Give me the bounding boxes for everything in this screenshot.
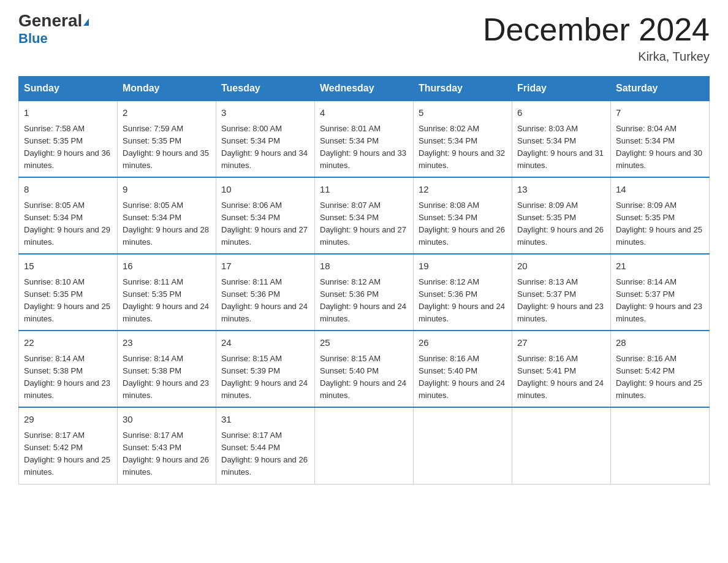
calendar-cell: 14Sunrise: 8:09 AMSunset: 5:35 PMDayligh… — [611, 177, 710, 254]
calendar-cell: 24Sunrise: 8:15 AMSunset: 5:39 PMDayligh… — [216, 331, 315, 407]
calendar-cell: 27Sunrise: 8:16 AMSunset: 5:41 PMDayligh… — [512, 331, 611, 407]
calendar-cell: 29Sunrise: 8:17 AMSunset: 5:42 PMDayligh… — [19, 407, 118, 484]
day-number: 3 — [221, 106, 309, 120]
calendar-cell: 4Sunrise: 8:01 AMSunset: 5:34 PMDaylight… — [315, 101, 414, 177]
calendar-cell: 1Sunrise: 7:58 AMSunset: 5:35 PMDaylight… — [19, 101, 118, 177]
calendar-cell: 17Sunrise: 8:11 AMSunset: 5:36 PMDayligh… — [216, 254, 315, 331]
day-number: 23 — [123, 336, 211, 350]
day-number: 8 — [24, 183, 112, 197]
calendar-cell: 6Sunrise: 8:03 AMSunset: 5:34 PMDaylight… — [512, 101, 611, 177]
day-info: Sunrise: 8:04 AMSunset: 5:34 PMDaylight:… — [616, 123, 704, 172]
calendar-cell: 11Sunrise: 8:07 AMSunset: 5:34 PMDayligh… — [315, 177, 414, 254]
day-number: 18 — [320, 259, 408, 274]
week-row-3: 15Sunrise: 8:10 AMSunset: 5:35 PMDayligh… — [19, 254, 710, 331]
weekday-tuesday: Tuesday — [216, 77, 315, 101]
title-block: December 2024 Kirka, Turkey — [483, 12, 710, 64]
day-info: Sunrise: 8:15 AMSunset: 5:40 PMDaylight:… — [320, 353, 408, 402]
day-info: Sunrise: 8:14 AMSunset: 5:37 PMDaylight:… — [616, 276, 704, 326]
day-info: Sunrise: 8:14 AMSunset: 5:38 PMDaylight:… — [123, 353, 211, 402]
weekday-sunday: Sunday — [19, 77, 118, 101]
location: Kirka, Turkey — [483, 50, 710, 64]
weekday-monday: Monday — [118, 77, 216, 101]
calendar-cell: 28Sunrise: 8:16 AMSunset: 5:42 PMDayligh… — [611, 331, 710, 407]
weekday-wednesday: Wednesday — [315, 77, 414, 101]
logo: General Blue — [18, 12, 89, 47]
weekday-saturday: Saturday — [611, 77, 710, 101]
day-number: 15 — [24, 259, 112, 274]
day-info: Sunrise: 8:16 AMSunset: 5:41 PMDaylight:… — [517, 353, 605, 402]
week-row-2: 8Sunrise: 8:05 AMSunset: 5:34 PMDaylight… — [19, 177, 710, 254]
day-number: 29 — [24, 413, 112, 427]
day-number: 24 — [221, 336, 309, 350]
weekday-friday: Friday — [512, 77, 611, 101]
day-info: Sunrise: 8:10 AMSunset: 5:35 PMDaylight:… — [24, 276, 112, 326]
day-number: 2 — [123, 106, 211, 120]
month-title: December 2024 — [483, 12, 710, 47]
day-info: Sunrise: 8:03 AMSunset: 5:34 PMDaylight:… — [517, 123, 605, 172]
page-header: General Blue December 2024 Kirka, Turkey — [18, 12, 710, 64]
day-number: 5 — [419, 106, 507, 120]
day-number: 28 — [616, 336, 704, 350]
day-number: 7 — [616, 106, 704, 120]
calendar-cell: 25Sunrise: 8:15 AMSunset: 5:40 PMDayligh… — [315, 331, 414, 407]
day-number: 25 — [320, 336, 408, 350]
day-info: Sunrise: 8:09 AMSunset: 5:35 PMDaylight:… — [517, 199, 605, 249]
logo-sub: Blue — [18, 31, 48, 47]
day-info: Sunrise: 8:17 AMSunset: 5:42 PMDaylight:… — [24, 429, 112, 479]
week-row-5: 29Sunrise: 8:17 AMSunset: 5:42 PMDayligh… — [19, 407, 710, 484]
day-number: 13 — [517, 183, 605, 197]
day-number: 21 — [616, 259, 704, 274]
calendar-cell: 15Sunrise: 8:10 AMSunset: 5:35 PMDayligh… — [19, 254, 118, 331]
day-number: 6 — [517, 106, 605, 120]
day-info: Sunrise: 8:16 AMSunset: 5:40 PMDaylight:… — [419, 353, 507, 402]
day-number: 30 — [123, 413, 211, 427]
calendar-cell: 9Sunrise: 8:05 AMSunset: 5:34 PMDaylight… — [118, 177, 216, 254]
calendar-cell: 26Sunrise: 8:16 AMSunset: 5:40 PMDayligh… — [414, 331, 512, 407]
calendar-cell — [315, 407, 414, 484]
day-info: Sunrise: 8:13 AMSunset: 5:37 PMDaylight:… — [517, 276, 605, 326]
day-info: Sunrise: 8:01 AMSunset: 5:34 PMDaylight:… — [320, 123, 408, 172]
day-number: 27 — [517, 336, 605, 350]
calendar-body: 1Sunrise: 7:58 AMSunset: 5:35 PMDaylight… — [19, 101, 710, 484]
day-info: Sunrise: 8:11 AMSunset: 5:36 PMDaylight:… — [221, 276, 309, 326]
calendar-cell: 2Sunrise: 7:59 AMSunset: 5:35 PMDaylight… — [118, 101, 216, 177]
day-info: Sunrise: 8:08 AMSunset: 5:34 PMDaylight:… — [419, 199, 507, 249]
calendar-cell: 19Sunrise: 8:12 AMSunset: 5:36 PMDayligh… — [414, 254, 512, 331]
calendar-cell: 5Sunrise: 8:02 AMSunset: 5:34 PMDaylight… — [414, 101, 512, 177]
day-info: Sunrise: 8:12 AMSunset: 5:36 PMDaylight:… — [320, 276, 408, 326]
calendar-cell — [414, 407, 512, 484]
calendar-cell: 31Sunrise: 8:17 AMSunset: 5:44 PMDayligh… — [216, 407, 315, 484]
calendar-cell: 30Sunrise: 8:17 AMSunset: 5:43 PMDayligh… — [118, 407, 216, 484]
day-number: 20 — [517, 259, 605, 274]
calendar-cell — [611, 407, 710, 484]
calendar-cell: 3Sunrise: 8:00 AMSunset: 5:34 PMDaylight… — [216, 101, 315, 177]
day-info: Sunrise: 8:11 AMSunset: 5:35 PMDaylight:… — [123, 276, 211, 326]
calendar-cell: 10Sunrise: 8:06 AMSunset: 5:34 PMDayligh… — [216, 177, 315, 254]
day-number: 22 — [24, 336, 112, 350]
day-number: 1 — [24, 106, 112, 120]
day-info: Sunrise: 8:00 AMSunset: 5:34 PMDaylight:… — [221, 123, 309, 172]
day-number: 16 — [123, 259, 211, 274]
day-number: 19 — [419, 259, 507, 274]
calendar-cell: 16Sunrise: 8:11 AMSunset: 5:35 PMDayligh… — [118, 254, 216, 331]
calendar-table: SundayMondayTuesdayWednesdayThursdayFrid… — [18, 76, 710, 484]
day-info: Sunrise: 8:17 AMSunset: 5:43 PMDaylight:… — [123, 429, 211, 479]
day-info: Sunrise: 7:58 AMSunset: 5:35 PMDaylight:… — [24, 123, 112, 172]
day-info: Sunrise: 8:02 AMSunset: 5:34 PMDaylight:… — [419, 123, 507, 172]
day-number: 26 — [419, 336, 507, 350]
logo-main: General — [18, 12, 89, 29]
calendar-cell: 18Sunrise: 8:12 AMSunset: 5:36 PMDayligh… — [315, 254, 414, 331]
day-number: 4 — [320, 106, 408, 120]
day-info: Sunrise: 8:14 AMSunset: 5:38 PMDaylight:… — [24, 353, 112, 402]
week-row-4: 22Sunrise: 8:14 AMSunset: 5:38 PMDayligh… — [19, 331, 710, 407]
day-number: 12 — [419, 183, 507, 197]
day-info: Sunrise: 8:12 AMSunset: 5:36 PMDaylight:… — [419, 276, 507, 326]
calendar-cell: 20Sunrise: 8:13 AMSunset: 5:37 PMDayligh… — [512, 254, 611, 331]
calendar-cell: 8Sunrise: 8:05 AMSunset: 5:34 PMDaylight… — [19, 177, 118, 254]
day-number: 10 — [221, 183, 309, 197]
day-info: Sunrise: 8:09 AMSunset: 5:35 PMDaylight:… — [616, 199, 704, 249]
day-info: Sunrise: 8:07 AMSunset: 5:34 PMDaylight:… — [320, 199, 408, 249]
day-number: 11 — [320, 183, 408, 197]
day-info: Sunrise: 8:06 AMSunset: 5:34 PMDaylight:… — [221, 199, 309, 249]
day-info: Sunrise: 8:05 AMSunset: 5:34 PMDaylight:… — [24, 199, 112, 249]
